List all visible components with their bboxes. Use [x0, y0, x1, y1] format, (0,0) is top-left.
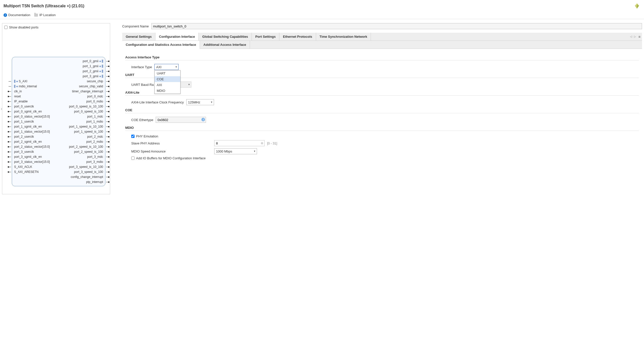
io-buffers-checkbox[interactable] — [131, 157, 135, 160]
documentation-label: Documentation — [8, 13, 30, 17]
expand-icon[interactable]: + — [99, 59, 101, 63]
axi4-clock-label: AXI4-Lite Interface Clock Frequency — [131, 100, 184, 104]
interface-type-dropdown-container: AXI ▼ UARTCOEAXIMDIO — [154, 64, 179, 70]
coe-ethertype-row: COE Ethertype i — [125, 116, 639, 124]
mdio-speed-select[interactable]: 1000 Mbps ▼ — [214, 148, 257, 154]
interface-type-select[interactable]: AXI ▼ — [154, 64, 179, 70]
show-disabled-ports-checkbox[interactable] — [4, 26, 8, 29]
section-axi4-lite: AXI4-Lite — [125, 89, 639, 96]
interface-type-label: Interface Type — [131, 65, 152, 69]
section-access-interface-type: Access Interface Type — [125, 53, 639, 60]
main-tab[interactable]: Port Settings — [252, 33, 279, 41]
main-tab[interactable]: Ethernet Protocols — [279, 33, 316, 41]
expand-icon[interactable]: + — [99, 64, 101, 68]
axi4-clock-select[interactable]: 125MHz ▼ — [186, 99, 214, 105]
block-port: clk_intimer_change_interrupt — [12, 89, 105, 94]
component-name-label: Component Name — [122, 24, 149, 28]
tab-menu-icon[interactable]: ≡ — [637, 35, 642, 39]
coe-ethertype-input[interactable] — [156, 117, 206, 123]
bus-icon — [14, 85, 15, 88]
slave-phy-row: Slave PHY Address ⊗ [0 - 31] — [125, 139, 639, 147]
block-port: port_0_sgmii_clk_enport_0_speed_is_100 — [12, 109, 105, 114]
block-port: port_3_sgmii_clk_enport_3_mdc — [12, 154, 105, 159]
axi4-clock-row: AXI4-Lite Interface Clock Frequency 125M… — [125, 98, 639, 106]
chevron-down-icon: ▼ — [210, 101, 213, 103]
collapse-handle[interactable]: ‹ — [0, 104, 3, 113]
expand-icon[interactable]: + — [16, 80, 18, 83]
block-port: port_0_gmii + — [12, 59, 105, 64]
mdio-speed-row: MDIO Speed Announce 1000 Mbps ▼ — [125, 147, 639, 155]
ip-location-link[interactable]: IP Location — [34, 13, 56, 17]
interface-type-value: AXI — [156, 65, 161, 69]
show-disabled-ports-row: Show disabled ports — [4, 25, 108, 29]
page-header: Multiport TSN Switch (Ultrascale +) (21.… — [0, 0, 644, 12]
ip-block-diagram[interactable]: port_0_gmii +port_1_gmii +port_2_gmii +p… — [12, 57, 105, 186]
expand-icon[interactable]: + — [16, 85, 18, 88]
block-port: port_1_gmii + — [12, 64, 105, 69]
slave-phy-range: [0 - 31] — [267, 141, 277, 145]
component-name-input[interactable] — [151, 23, 642, 29]
block-port: port_2_status_vector[15:0]port_2_speed_i… — [12, 144, 105, 149]
sub-tabs: Configuration and Statistics Access Inte… — [122, 41, 642, 49]
chevron-down-icon: ▼ — [253, 150, 256, 153]
documentation-link[interactable]: i Documentation — [4, 13, 30, 17]
page-title: Multiport TSN Switch (Ultrascale +) (21.… — [4, 4, 84, 8]
block-port: port_0_userclkport_0_speed_is_10_100 — [12, 104, 105, 109]
block-port: S_AXI_ARESETNport_3_speed_is_100 — [12, 169, 105, 174]
component-name-row: Component Name — [122, 23, 642, 29]
block-port: port_1_status_vector[15:0]port_1_speed_i… — [12, 129, 105, 134]
slave-phy-input[interactable] — [214, 141, 260, 145]
dropdown-option[interactable]: COE — [155, 76, 180, 82]
configuration-panel: Component Name General SettingsConfigura… — [112, 23, 642, 194]
sub-tab[interactable]: Configuration and Statistics Access Inte… — [122, 41, 200, 49]
block-port: port_0_status_vector[15:0]port_1_mdc — [12, 114, 105, 119]
interface-type-dropdown-list: UARTCOEAXIMDIO — [154, 70, 181, 94]
io-buffers-row: Add IO Buffers for MDIO Configuration In… — [125, 155, 639, 161]
section-coe: COE — [125, 106, 639, 113]
phy-emulation-row: PHY Emulation — [125, 133, 639, 139]
main-tab[interactable]: Global Switching Capabilities — [199, 33, 252, 41]
dropdown-option[interactable]: AXI — [155, 82, 180, 88]
main-tab[interactable]: General Settings — [122, 33, 155, 41]
show-disabled-ports-label: Show disabled ports — [9, 25, 38, 29]
bus-icon — [14, 80, 15, 83]
chevron-down-icon: ▼ — [188, 83, 190, 86]
dropdown-option[interactable]: UART — [155, 70, 180, 76]
block-port: S_AXI_ACLKport_3_speed_is_10_100 — [12, 164, 105, 169]
info-icon: i — [4, 13, 7, 17]
dropdown-option[interactable]: MDIO — [155, 88, 180, 94]
bus-icon — [102, 60, 103, 63]
vendor-logo — [633, 3, 640, 10]
toolbar: i Documentation IP Location — [0, 12, 644, 19]
block-port: ptp_interrupt — [12, 179, 105, 184]
slave-phy-input-wrapper: ⊗ — [214, 140, 265, 146]
phy-emulation-label: PHY Emulation — [136, 134, 158, 138]
ip-preview-panel: ‹ Show disabled ports port_0_gmii +port_… — [2, 23, 110, 194]
uart-baud-row: UART Baud Ra ▼ — [125, 81, 639, 89]
ip-location-label: IP Location — [39, 13, 56, 17]
block-port: port_1_userclkport_1_mdio — [12, 119, 105, 124]
expand-icon[interactable]: + — [99, 74, 101, 78]
block-port: +S_AXIsecure_chip — [12, 79, 105, 84]
io-buffers-label: Add IO Buffers for MDIO Configuration In… — [136, 156, 206, 160]
main-tab[interactable]: Time Synchronization Network — [316, 33, 371, 41]
block-port: port_2_sgmii_clk_enport_2_mdio — [12, 139, 105, 144]
tab-scroll-left-icon[interactable]: ◁ — [629, 35, 633, 38]
section-uart: UART — [125, 71, 639, 78]
block-port: port_2_gmii + — [12, 69, 105, 74]
sub-tab[interactable]: Additional Access Interface — [200, 41, 250, 49]
bus-icon — [102, 70, 103, 73]
uart-baud-label: UART Baud Ra — [131, 83, 154, 87]
interface-type-row: Interface Type AXI ▼ UARTCOEAXIMDIO — [125, 63, 639, 71]
config-content: Access Interface Type Interface Type AXI… — [122, 52, 642, 162]
coe-ethertype-label: COE Ethertype — [131, 118, 153, 122]
clear-icon[interactable]: ⊗ — [260, 141, 264, 145]
main-tab[interactable]: Configuration Interface — [155, 33, 199, 41]
bus-icon — [102, 75, 103, 78]
tab-scroll-right-icon[interactable]: ▷ — [633, 35, 637, 38]
slave-phy-label: Slave PHY Address — [131, 141, 212, 145]
mdio-speed-value: 1000 Mbps — [216, 149, 232, 153]
phy-emulation-checkbox[interactable] — [131, 135, 135, 138]
block-port: port_3_userclkport_2_speed_is_100 — [12, 149, 105, 154]
expand-icon[interactable]: + — [99, 69, 101, 73]
